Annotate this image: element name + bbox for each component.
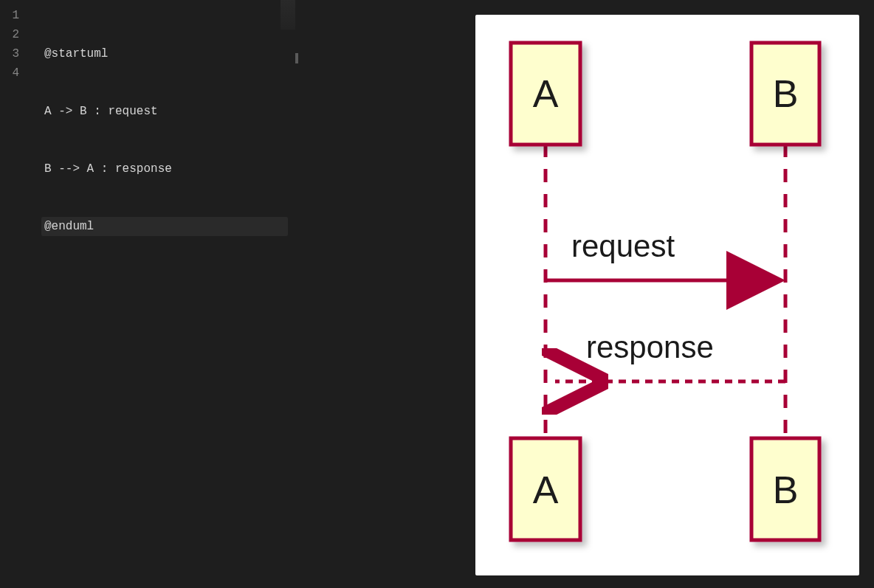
- line-number-gutter: 1 2 3 4: [0, 6, 30, 83]
- code-line[interactable]: B --> A : response: [41, 159, 288, 179]
- participant-box-a-bottom: A: [511, 438, 580, 540]
- participant-label: B: [773, 72, 799, 115]
- code-line[interactable]: @startuml: [41, 44, 288, 63]
- line-number: 4: [0, 63, 30, 83]
- sequence-diagram: A B A B request response: [475, 15, 859, 575]
- participant-box-b-bottom: B: [751, 438, 819, 540]
- message-label-response: response: [586, 330, 714, 364]
- line-number: 3: [0, 44, 30, 63]
- participant-label: B: [773, 468, 799, 511]
- message-label-request: request: [571, 229, 675, 263]
- diagram-canvas[interactable]: A B A B request response: [475, 15, 859, 575]
- participant-label: A: [533, 72, 559, 115]
- code-area[interactable]: @startuml A -> B : request B --> A : res…: [41, 6, 288, 274]
- line-number: 2: [0, 25, 30, 44]
- participant-box-a-top: A: [511, 43, 580, 145]
- code-line[interactable]: A -> B : request: [41, 102, 288, 121]
- participant-label: A: [533, 468, 559, 511]
- diagram-preview-pane: A B A B request response: [298, 0, 874, 588]
- code-line[interactable]: @enduml: [41, 217, 288, 236]
- code-editor-pane[interactable]: 1 2 3 4 @startuml A -> B : request B -->…: [0, 0, 295, 588]
- participant-box-b-top: B: [751, 43, 819, 145]
- line-number: 1: [0, 6, 30, 25]
